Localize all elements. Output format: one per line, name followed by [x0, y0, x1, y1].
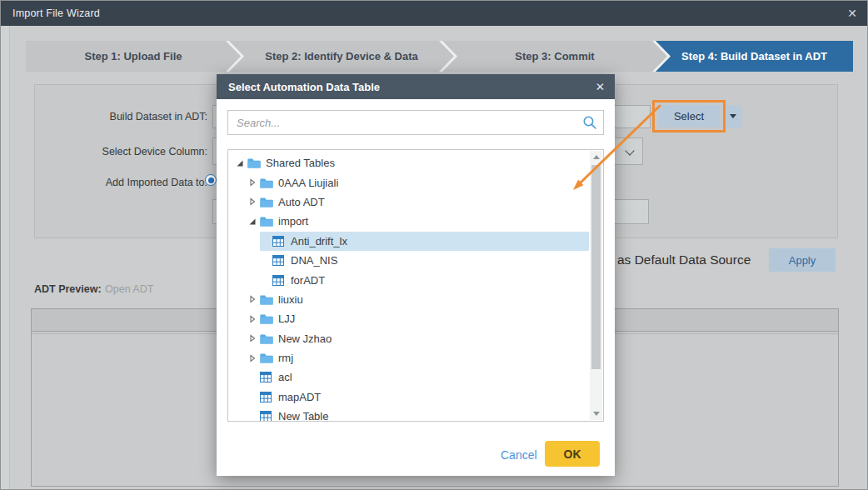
modal-close-icon[interactable]: ✕ [596, 74, 605, 99]
tree-collapsed-icon[interactable] [247, 354, 257, 362]
tree-item-label: Auto ADT [278, 196, 325, 208]
search-box [227, 110, 604, 135]
tree-item-label: New Jzhao [278, 332, 332, 345]
import-file-wizard-dialog: Import File Wizard ✕ Step 1: Upload File… [0, 0, 868, 490]
folder-icon [260, 178, 274, 188]
scrollbar-thumb[interactable] [591, 165, 601, 369]
tree-item-import[interactable]: import [228, 212, 589, 231]
tree-item-label: 0AAA Liujiali [278, 177, 338, 189]
table-icon [272, 255, 287, 266]
tree-item-new-jzhao[interactable]: New Jzhao [228, 329, 589, 348]
apply-button[interactable]: Apply [769, 248, 836, 272]
step-1-tab[interactable]: Step 1: Upload File [26, 41, 241, 72]
modal-header: Select Automation Data Table ✕ [217, 74, 615, 99]
add-imported-label: Add Imported Data to: [35, 177, 207, 188]
tree-item-label: DNA_NIS [291, 254, 337, 267]
add-imported-radio[interactable] [205, 174, 217, 186]
build-dataset-label: Build Dataset in ADT: [35, 111, 207, 122]
step-3-tab[interactable]: Step 3: Commit [442, 41, 667, 72]
tree-collapsed-icon[interactable] [247, 315, 257, 323]
ok-button[interactable]: OK [545, 441, 600, 467]
search-input[interactable] [227, 110, 604, 135]
select-adt-modal: Select Automation Data Table ✕ Shared Ta… [217, 74, 615, 476]
tree-item-label: forADT [291, 274, 325, 287]
chevron-down-icon [625, 146, 634, 155]
tree-item-liuxiu[interactable]: liuxiu [228, 290, 589, 309]
tree-item-label: rmj [278, 352, 293, 364]
tree-expanded-icon[interactable] [247, 218, 257, 226]
scroll-down-icon[interactable] [590, 408, 602, 420]
open-adt-link[interactable]: Open ADT [105, 283, 153, 295]
tree-item-shared-tables[interactable]: Shared Tables [228, 153, 589, 172]
table-icon [272, 275, 287, 286]
tree-collapsed-icon[interactable] [247, 198, 257, 206]
search-icon[interactable] [582, 115, 597, 130]
device-column-label: Select Device Column: [35, 146, 207, 158]
tree-item-label: liuxiu [278, 293, 303, 306]
scroll-up-icon[interactable] [590, 151, 602, 163]
folder-icon [247, 158, 262, 168]
tree-collapsed-icon[interactable] [247, 334, 257, 342]
folder-icon [260, 294, 274, 305]
step-4-tab[interactable]: Step 4: Build Dataset in ADT [656, 41, 853, 72]
tree-item-label: acl [278, 371, 292, 383]
table-icon [272, 236, 287, 247]
tree-scrollbar[interactable] [590, 151, 602, 420]
table-icon [260, 411, 274, 422]
tree-item-label: import [278, 215, 308, 228]
tree-item-anti-drift-lx[interactable]: Anti_drift_lx [228, 232, 589, 251]
select-button[interactable]: Select [658, 105, 720, 128]
folder-icon [260, 197, 274, 208]
tree-item-new-table[interactable]: New Table [228, 407, 589, 422]
tree-item-mapadt[interactable]: mapADT [228, 388, 589, 407]
tree-item-auto-adt[interactable]: Auto ADT [228, 192, 589, 212]
tree-item-ljj[interactable]: LJJ [228, 309, 589, 328]
modal-title: Select Automation Data Table [217, 81, 380, 93]
adt-tree-panel: Shared Tables0AAA LiujialiAuto ADTimport… [227, 149, 604, 422]
folder-icon [260, 216, 274, 227]
table-icon [260, 372, 274, 382]
folder-icon [260, 352, 274, 363]
cancel-button[interactable]: Cancel [501, 448, 537, 462]
tree-item-foradt[interactable]: forADT [228, 270, 589, 289]
tree-item-label: New Table [278, 410, 328, 422]
window-left-edge [1, 26, 10, 489]
step-2-tab[interactable]: Step 2: Identify Device & Data [229, 41, 454, 72]
table-icon [260, 392, 274, 402]
default-data-source-text: as Default Data Source [617, 252, 751, 268]
folder-icon [260, 313, 274, 324]
tree-expanded-icon[interactable] [235, 159, 245, 168]
caret-down-icon [730, 114, 736, 118]
window-title: Import File Wizard [1, 8, 100, 19]
tree-collapsed-icon[interactable] [247, 178, 257, 187]
tree-item-0aaa-liujiali[interactable]: 0AAA Liujiali [228, 172, 589, 192]
select-dropdown-button[interactable] [724, 105, 742, 128]
adt-tree: Shared Tables0AAA LiujialiAuto ADTimport… [228, 153, 589, 422]
tree-item-acl[interactable]: acl [228, 368, 589, 387]
wizard-steps: Step 1: Upload File Step 2: Identify Dev… [26, 41, 853, 72]
window-close-icon[interactable]: ✕ [847, 1, 857, 26]
tree-collapsed-icon[interactable] [247, 295, 257, 303]
tree-item-label: Shared Tables [266, 157, 335, 169]
tree-item-dna-nis[interactable]: DNA_NIS [228, 251, 589, 270]
tree-item-label: Anti_drift_lx [291, 235, 347, 248]
tree-item-label: mapADT [278, 391, 321, 403]
tree-item-rmj[interactable]: rmj [228, 348, 589, 368]
titlebar: Import File Wizard ✕ [1, 1, 867, 26]
adt-preview-label: ADT Preview: [34, 283, 102, 295]
folder-icon [260, 333, 274, 344]
tree-item-label: LJJ [278, 312, 295, 325]
